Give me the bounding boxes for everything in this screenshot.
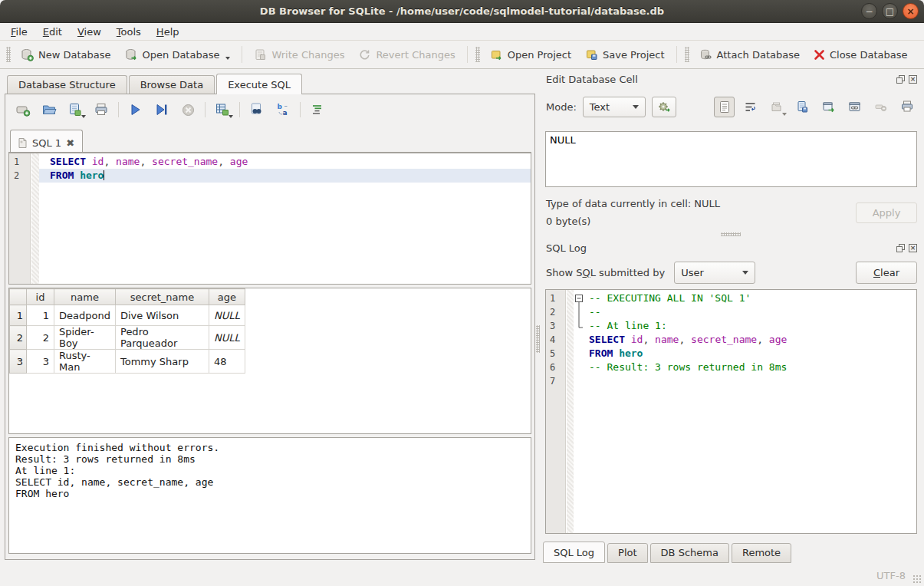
tab-execute-sql[interactable]: Execute SQL (216, 74, 302, 94)
tab-db-schema[interactable]: DB Schema (650, 543, 729, 563)
row-header[interactable]: 1 (10, 305, 27, 326)
execute-all-button[interactable] (127, 100, 145, 119)
format-lines-icon (311, 103, 324, 117)
print-button[interactable] (92, 100, 110, 119)
dock-splitter-handle[interactable] (536, 325, 540, 353)
mode-select[interactable]: Text (583, 97, 646, 117)
float-panel-icon[interactable] (896, 244, 905, 252)
stop-button[interactable] (179, 100, 197, 119)
column-header-id[interactable]: id (27, 289, 54, 305)
save-sql-file-button[interactable] (66, 100, 84, 119)
column-header-age[interactable]: age (209, 289, 245, 305)
minimize-button[interactable]: − (861, 3, 877, 19)
sql-log-panel-header: SQL Log × (546, 240, 917, 255)
new-sql-tab-button[interactable] (14, 100, 32, 119)
column-header-name[interactable]: name (54, 289, 116, 305)
menu-help[interactable]: Help (149, 25, 187, 39)
open-database-dropdown-icon[interactable] (225, 57, 230, 60)
set-null-button[interactable] (870, 97, 891, 117)
cell-age[interactable]: NULL (209, 305, 245, 326)
editor-gutter: 1 2 (9, 153, 31, 284)
open-database-button[interactable]: Open Database (118, 45, 238, 64)
tab-browse-data[interactable]: Browse Data (129, 75, 215, 94)
menu-view[interactable]: View (70, 25, 109, 39)
cell-id[interactable]: 3 (27, 350, 54, 374)
cell-name[interactable]: Rusty-Man (54, 350, 116, 374)
tab-close-icon[interactable]: ✖ (66, 137, 74, 149)
cell-age[interactable]: NULL (209, 326, 245, 350)
save-as-button[interactable] (766, 97, 787, 117)
encoding-indicator[interactable]: UTF-8 (876, 570, 906, 581)
sql-file-tab[interactable]: SQL 1 ✖ (10, 130, 83, 152)
tab-plot[interactable]: Plot (607, 543, 648, 563)
auto-apply-button[interactable] (652, 97, 676, 117)
float-panel-icon[interactable] (896, 75, 905, 84)
splitter-handle[interactable] (721, 232, 741, 236)
results-table: id name secret_name age 1 1 Deadpond Div… (9, 288, 245, 374)
import-data-button[interactable] (792, 97, 813, 117)
fold-margin[interactable] (574, 290, 584, 533)
menu-file[interactable]: File (3, 25, 35, 39)
column-header-secret-name[interactable]: secret_name (116, 289, 209, 305)
execute-current-line-button[interactable] (153, 100, 171, 119)
save-sql-dropdown-icon[interactable] (81, 115, 86, 118)
row-header[interactable]: 3 (10, 350, 27, 374)
maximize-button[interactable]: □ (882, 3, 898, 19)
clear-log-button[interactable]: Clear (856, 262, 917, 284)
close-database-button[interactable]: Close Database (807, 46, 915, 64)
toolbar-grip[interactable] (475, 47, 480, 62)
log-text-area[interactable]: -- EXECUTING ALL IN 'SQL 1' -- -- At lin… (584, 291, 916, 388)
close-button[interactable]: × (903, 3, 919, 19)
export-data-button[interactable] (818, 97, 839, 117)
cell-secret-name[interactable]: Pedro Parqueador (116, 326, 209, 350)
fold-marker-icon[interactable] (574, 291, 584, 337)
cell-name[interactable]: Deadpond (54, 305, 116, 326)
cell-secret-name[interactable]: Dive Wilson (116, 305, 209, 326)
close-panel-icon[interactable]: × (909, 75, 917, 84)
tab-remote[interactable]: Remote (732, 543, 791, 563)
toolbar-grip[interactable] (6, 47, 11, 62)
attach-database-button[interactable]: Attach Database (692, 45, 807, 64)
editor-text-area[interactable]: SELECT id, name, secret_name, age FROM h… (39, 153, 531, 284)
print-cell-button[interactable] (896, 97, 917, 117)
execution-status-box[interactable]: Execution finished without errors. Resul… (8, 437, 531, 554)
close-panel-icon[interactable]: × (909, 244, 917, 252)
row-header[interactable]: 2 (10, 326, 27, 350)
title-bar[interactable]: DB Browser for SQLite - /home/user/code/… (0, 0, 924, 23)
save-as-dropdown-icon[interactable] (782, 113, 787, 116)
line-number: 3 (546, 319, 565, 333)
resize-grip[interactable] (912, 574, 922, 584)
cell-id[interactable]: 1 (27, 305, 54, 326)
text-mode-button[interactable] (714, 97, 735, 117)
save-project-button[interactable]: Save Project (578, 45, 672, 64)
menu-edit[interactable]: Edit (35, 25, 70, 39)
edit-cell-panel-title: Edit Database Cell (546, 74, 896, 85)
tab-database-structure[interactable]: Database Structure (7, 75, 127, 94)
tab-sql-log[interactable]: SQL Log (543, 542, 605, 563)
cell-id[interactable]: 2 (27, 326, 54, 350)
sql-submitter-select[interactable]: User (674, 262, 755, 284)
toolbar-grip[interactable] (685, 47, 689, 62)
cell-editor-text-area[interactable]: NULL (545, 131, 917, 187)
export-results-button[interactable] (213, 100, 232, 119)
cell-name[interactable]: Spider-Boy (54, 326, 116, 350)
sql-log-view[interactable]: 1 2 3 4 5 6 7 -- EXECUTING ALL IN 'SQL 1… (545, 289, 917, 534)
replace-button[interactable]: ba (274, 100, 292, 119)
cell-age[interactable]: 48 (209, 350, 245, 374)
revert-changes-button[interactable]: Revert Changes (351, 45, 462, 64)
format-sql-button[interactable] (308, 100, 327, 119)
sql-editor[interactable]: 1 2 SELECT id, name, secret_name, age FR… (8, 153, 531, 285)
cell-secret-name[interactable]: Tommy Sharp (116, 350, 209, 374)
write-changes-button[interactable]: Write Changes (247, 45, 351, 64)
results-grid[interactable]: id name secret_name age 1 1 Deadpond Div… (8, 288, 531, 434)
corner-header[interactable] (10, 289, 27, 305)
new-database-button[interactable]: New Database (14, 45, 118, 64)
open-project-button[interactable]: Open Project (483, 45, 578, 64)
link-data-button[interactable] (844, 97, 865, 117)
open-sql-file-button[interactable] (40, 100, 58, 119)
menu-tools[interactable]: Tools (109, 25, 149, 39)
export-results-dropdown-icon[interactable] (229, 115, 233, 118)
apply-button[interactable]: Apply (856, 202, 917, 223)
find-button[interactable] (248, 100, 266, 119)
word-wrap-button[interactable] (740, 97, 761, 117)
